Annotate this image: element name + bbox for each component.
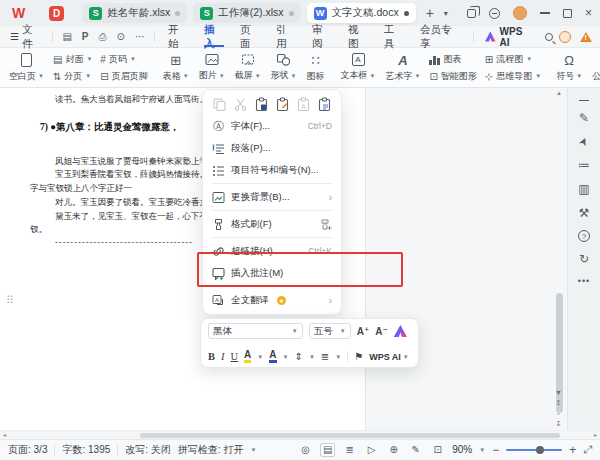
translate-sidebar-icon[interactable]: ↻ <box>579 252 589 266</box>
menu-item-format-painter[interactable]: 格式刷(F) <box>203 213 341 235</box>
vertical-scrollbar[interactable]: ▲ ▼ ↥ ▫ ↧ <box>552 88 567 430</box>
smart-graphic-button[interactable]: ⊡智能图形 <box>429 70 476 83</box>
chevron-down-icon[interactable]: ▼ <box>257 354 263 360</box>
next-page-button[interactable]: ↧ <box>555 420 562 428</box>
grow-font-button[interactable]: A⁺ <box>357 326 370 337</box>
more-quick-actions-icon[interactable]: ⋯ <box>135 31 145 42</box>
copy-icon[interactable] <box>212 97 227 112</box>
paste-icon[interactable] <box>254 97 269 112</box>
symbol-button[interactable]: Ω 符号▼ <box>551 48 587 87</box>
menu-tools[interactable]: 工具 <box>376 26 412 47</box>
print-preview-icon[interactable]: ⊙ <box>117 31 125 42</box>
file-menu[interactable]: ☰ 文件 <box>8 26 47 47</box>
read-mode-button[interactable]: ▷ <box>364 443 379 457</box>
word-art-button[interactable]: A 艺术字▼ <box>381 48 426 87</box>
outline-view-button[interactable]: ≣ <box>342 443 357 457</box>
select-cursor-icon[interactable]: ➤ <box>576 135 592 149</box>
flowchart-button[interactable]: ⊞流程图▼ <box>485 53 541 66</box>
bold-button[interactable]: B <box>208 351 215 362</box>
toolbox-icon[interactable]: ⚒ <box>579 206 590 220</box>
menu-item-font[interactable]: Ⓐ 字体(F)... Ctrl+D <box>203 115 341 137</box>
docer-icon[interactable]: D <box>49 6 64 21</box>
blank-page-button[interactable]: 空白页▼ <box>4 48 49 87</box>
picture-button[interactable]: 图片▼ <box>194 48 230 87</box>
new-tab-button[interactable]: + <box>422 5 438 21</box>
table-button[interactable]: ⊞ 表格▼ <box>158 48 194 87</box>
spellcheck-status[interactable]: 拼写检查: 打开 <box>178 443 244 457</box>
paste-keep-format-icon[interactable] <box>317 97 332 112</box>
menu-item-change-background[interactable]: 更换背景(B)... › <box>203 186 341 208</box>
maximize-button[interactable] <box>563 9 572 18</box>
font-name-select[interactable]: 黑体 ▼ <box>208 323 303 339</box>
image-tools-icon[interactable]: ▥ <box>578 182 589 196</box>
tab-spreadsheet-2[interactable]: S 工作簿(2).xlsx <box>193 3 300 23</box>
tab-dot-icon[interactable] <box>289 11 294 16</box>
alignment-button[interactable]: ≣ <box>321 351 329 362</box>
menu-view[interactable]: 视图 <box>340 26 376 47</box>
menu-review[interactable]: 审阅 <box>304 26 340 47</box>
tab-dot-icon[interactable] <box>175 11 180 16</box>
shrink-font-button[interactable]: A⁻ <box>375 326 388 337</box>
stable-mode-icon[interactable] <box>489 8 500 19</box>
scroll-down-arrow-icon[interactable]: ▼ <box>555 389 562 396</box>
zoom-level[interactable]: 90% <box>452 444 472 455</box>
focus-mode-button[interactable]: ⊡ <box>430 443 445 457</box>
paragraph-drag-handle[interactable]: ⠿ <box>6 294 13 307</box>
header-footer-button[interactable]: ⊟页眉页脚 <box>100 70 147 83</box>
wps-ai-icon[interactable] <box>394 325 407 337</box>
chevron-down-icon[interactable]: ▼ <box>309 354 315 360</box>
avatar[interactable] <box>513 6 527 20</box>
print-layout-view-button[interactable]: ▤ <box>320 443 335 457</box>
collapse-icon[interactable] <box>579 100 589 101</box>
more-tools-icon[interactable]: ••• <box>578 276 590 286</box>
page-select-button[interactable]: ▫ <box>555 410 562 417</box>
cover-button[interactable]: ▤封面▼ <box>53 53 92 66</box>
previous-page-button[interactable]: ↥ <box>555 399 562 407</box>
horizontal-scrollbar[interactable]: ◂ ▸ <box>0 430 600 439</box>
page-break-button[interactable]: ⇅分页▼ <box>53 70 92 83</box>
cut-icon[interactable] <box>233 97 248 112</box>
web-layout-view-button[interactable]: ⊕ <box>386 443 401 457</box>
tab-dot-icon[interactable] <box>404 11 409 16</box>
account-status-icon[interactable] <box>559 31 571 43</box>
pen-annotate-button[interactable]: ✎ <box>408 443 423 457</box>
menu-page[interactable]: 页面 <box>232 26 268 47</box>
zoom-slider[interactable] <box>506 449 562 451</box>
menu-item-insert-comment[interactable]: 插入批注(M) <box>203 262 341 284</box>
mind-map-button[interactable]: ⊹思维导图▼ <box>485 70 541 83</box>
chevron-down-icon[interactable]: ▼ <box>250 447 256 453</box>
eye-protect-icon[interactable]: ◎ <box>298 443 313 457</box>
save-icon[interactable]: ▤ <box>62 31 71 42</box>
menu-member[interactable]: 会员专享 <box>412 26 468 47</box>
tab-spreadsheet-1[interactable]: S 姓名年龄.xlsx <box>82 3 187 23</box>
line-spacing-button[interactable]: ⇕ <box>294 351 302 362</box>
italic-button[interactable]: I <box>221 351 225 362</box>
chevron-down-icon[interactable]: ▼ <box>479 447 485 453</box>
zoom-in-button[interactable]: + <box>569 443 576 457</box>
chart-button[interactable]: 图表 <box>429 53 476 66</box>
print-icon[interactable]: ⎙ <box>99 31 107 43</box>
chevron-down-icon[interactable]: ▼ <box>283 354 289 360</box>
chevron-down-icon[interactable]: ▼ <box>335 354 341 360</box>
underline-button[interactable]: U <box>231 351 239 362</box>
menu-item-paragraph[interactable]: 段落(P)... <box>203 137 341 159</box>
horizontal-scrollbar-thumb[interactable] <box>140 433 560 438</box>
format-painter-button[interactable]: ⚑ <box>354 351 363 362</box>
paste-text-only-icon[interactable]: A <box>296 97 311 112</box>
scroll-up-arrow-icon[interactable]: ▲ <box>556 90 562 96</box>
menu-item-bullets-numbering[interactable]: 项目符号和编号(N)... <box>203 159 341 181</box>
fullscreen-icon[interactable]: ⤢ <box>583 443 592 456</box>
close-button[interactable]: × <box>585 6 592 20</box>
menu-item-hyperlink[interactable]: 超链接(H)... Ctrl+K <box>203 240 341 262</box>
tab-document-active[interactable]: W 文字文稿.docx <box>307 3 416 23</box>
menu-item-full-translate[interactable]: A 全文翻译 ★ › <box>203 289 341 311</box>
scroll-right-arrow-icon[interactable]: ▸ <box>594 431 597 438</box>
warning-icon[interactable] <box>580 32 592 42</box>
zoom-slider-thumb[interactable] <box>536 446 544 454</box>
paste-special-icon[interactable] <box>275 97 290 112</box>
wps-logo[interactable]: W <box>8 5 29 21</box>
pen-edit-icon[interactable]: ✎ <box>579 111 589 125</box>
minimize-button[interactable] <box>540 12 550 13</box>
zoom-out-button[interactable]: − <box>492 443 499 457</box>
rewrite-status[interactable]: 改写: 关闭 <box>125 443 171 457</box>
